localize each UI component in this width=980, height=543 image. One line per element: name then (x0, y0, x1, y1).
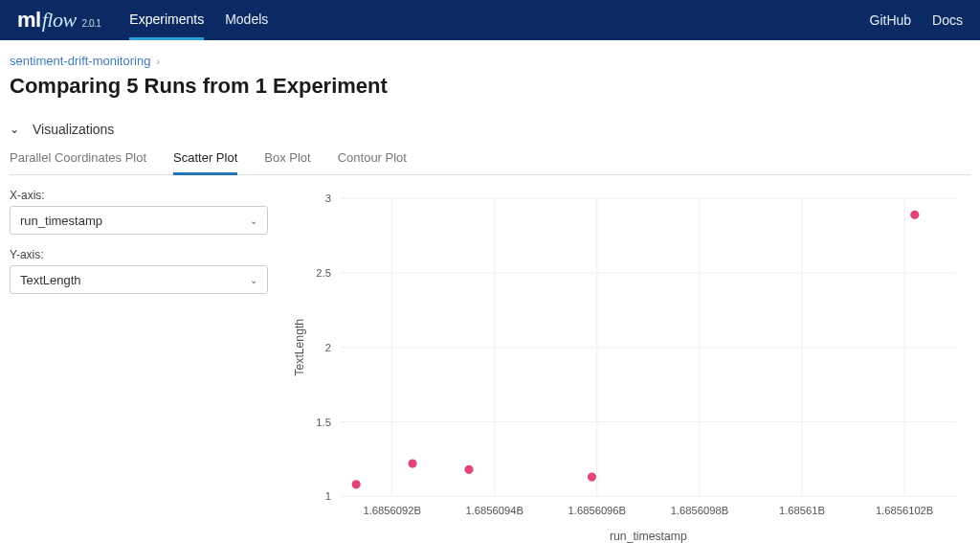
svg-text:1: 1 (325, 490, 331, 502)
svg-text:1.5: 1.5 (316, 417, 331, 428)
svg-text:1.6856096B: 1.6856096B (568, 505, 626, 516)
content: sentiment-drift-monitoring› Comparing 5 … (0, 40, 980, 543)
breadcrumb-root[interactable]: sentiment-drift-monitoring (10, 54, 150, 68)
svg-text:1.6856102B: 1.6856102B (876, 505, 933, 516)
chevron-down-icon: ⌄ (250, 215, 257, 226)
chevron-down-icon: ⌄ (250, 275, 257, 285)
page-title: Comparing 5 Runs from 1 Experiment (10, 74, 970, 99)
tab-contour[interactable]: Contour Plot (338, 150, 407, 174)
logo: mlflow 2.0.1 (17, 8, 100, 33)
axis-controls: X-axis: run_timestamp ⌄ Y-axis: TextLeng… (10, 189, 268, 543)
github-link[interactable]: GitHub (870, 12, 912, 28)
svg-text:1.68561B: 1.68561B (779, 505, 825, 516)
yaxis-value: TextLength (20, 273, 81, 287)
logo-flow: flow (42, 8, 77, 33)
xaxis-select[interactable]: run_timestamp ⌄ (10, 206, 268, 235)
svg-text:1.6856098B: 1.6856098B (671, 505, 728, 516)
svg-text:TextLength: TextLength (293, 319, 306, 376)
section-label: Visualizations (33, 122, 114, 137)
svg-point-26 (464, 465, 473, 474)
tab-parallel-coords[interactable]: Parallel Coordinates Plot (10, 150, 146, 174)
svg-point-28 (910, 211, 919, 219)
xaxis-value: run_timestamp (20, 214, 102, 228)
yaxis-label: Y-axis: (10, 248, 268, 261)
svg-text:2: 2 (325, 342, 331, 353)
breadcrumb: sentiment-drift-monitoring› (10, 54, 970, 68)
nav-right: GitHub Docs (870, 12, 963, 28)
tab-scatter[interactable]: Scatter Plot (173, 150, 237, 175)
main-nav: Experiments Models (129, 1, 268, 40)
viz-body: X-axis: run_timestamp ⌄ Y-axis: TextLeng… (10, 189, 970, 543)
viz-tabs: Parallel Coordinates Plot Scatter Plot B… (10, 150, 970, 175)
svg-point-25 (408, 459, 416, 467)
svg-text:3: 3 (325, 192, 331, 204)
svg-text:run_timestamp: run_timestamp (610, 530, 687, 543)
version-label: 2.0.1 (82, 18, 101, 29)
svg-point-27 (588, 472, 596, 481)
svg-text:2.5: 2.5 (316, 267, 331, 279)
tab-box[interactable]: Box Plot (264, 150, 310, 174)
docs-link[interactable]: Docs (932, 12, 963, 28)
scatter-chart[interactable]: 11.522.531.6856092B1.6856094B1.6856096B1… (287, 189, 970, 543)
scatter-svg: 11.522.531.6856092B1.6856094B1.6856096B1… (287, 189, 970, 543)
visualizations-toggle[interactable]: ⌄ Visualizations (10, 122, 970, 137)
nav-models[interactable]: Models (225, 1, 268, 40)
logo-ml: ml (17, 8, 41, 33)
app-header: mlflow 2.0.1 Experiments Models GitHub D… (0, 0, 980, 40)
svg-text:1.6856092B: 1.6856092B (363, 505, 420, 516)
nav-experiments[interactable]: Experiments (129, 1, 204, 40)
chevron-right-icon: › (156, 57, 159, 67)
svg-text:1.6856094B: 1.6856094B (466, 505, 523, 516)
chevron-down-icon: ⌄ (10, 123, 23, 136)
xaxis-label: X-axis: (10, 189, 268, 202)
svg-point-24 (352, 480, 361, 488)
yaxis-select[interactable]: TextLength ⌄ (10, 265, 268, 294)
